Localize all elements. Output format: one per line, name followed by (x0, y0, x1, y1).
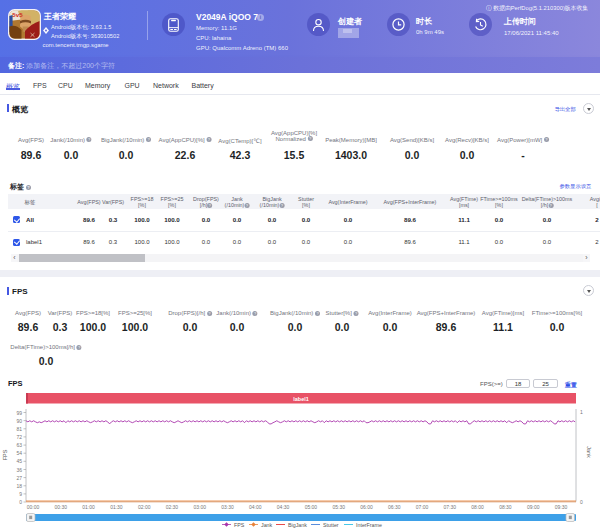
svg-text:06:30: 06:30 (388, 504, 401, 510)
svg-text:27: 27 (16, 475, 22, 481)
svg-text:08:30: 08:30 (499, 504, 512, 510)
svg-text:05:00: 05:00 (305, 504, 318, 510)
svg-text:01:00: 01:00 (82, 504, 95, 510)
svg-text:90: 90 (16, 418, 22, 424)
svg-text:label1: label1 (293, 396, 309, 402)
svg-text:04:30: 04:30 (277, 504, 290, 510)
svg-text:02:00: 02:00 (138, 504, 151, 510)
svg-text:03:30: 03:30 (221, 504, 234, 510)
svg-text:06:00: 06:00 (360, 504, 373, 510)
svg-text:05:30: 05:30 (332, 504, 345, 510)
svg-text:07:30: 07:30 (444, 504, 457, 510)
svg-text:09:30: 09:30 (555, 504, 568, 510)
svg-text:54: 54 (16, 450, 22, 456)
svg-text:03:00: 03:00 (193, 504, 206, 510)
svg-text:1: 1 (580, 409, 583, 415)
svg-text:36: 36 (16, 467, 22, 473)
svg-text:Jank: Jank (261, 522, 273, 528)
svg-text:63: 63 (16, 442, 22, 448)
svg-text:0: 0 (580, 499, 583, 505)
svg-text:BigJank: BigJank (288, 522, 307, 528)
svg-text:0: 0 (19, 499, 22, 505)
svg-text:InterFrame: InterFrame (356, 522, 382, 528)
svg-text:99: 99 (16, 410, 22, 416)
svg-text:18: 18 (16, 483, 22, 489)
svg-text:00:00: 00:00 (27, 504, 40, 510)
svg-text:FPS: FPS (2, 449, 8, 460)
svg-text:9: 9 (19, 491, 22, 497)
svg-text:00:30: 00:30 (55, 504, 68, 510)
svg-text:09:00: 09:00 (527, 504, 540, 510)
svg-text:Jank: Jank (586, 446, 592, 458)
svg-text:81: 81 (16, 426, 22, 432)
svg-text:Stutter: Stutter (323, 522, 339, 528)
svg-text:08:00: 08:00 (471, 504, 484, 510)
svg-text:45: 45 (16, 458, 22, 464)
svg-text:01:30: 01:30 (110, 504, 123, 510)
svg-text:72: 72 (16, 434, 22, 440)
svg-text:02:30: 02:30 (166, 504, 179, 510)
svg-text:07:00: 07:00 (416, 504, 429, 510)
svg-text:04:00: 04:00 (249, 504, 262, 510)
svg-text:FPS: FPS (234, 522, 245, 528)
